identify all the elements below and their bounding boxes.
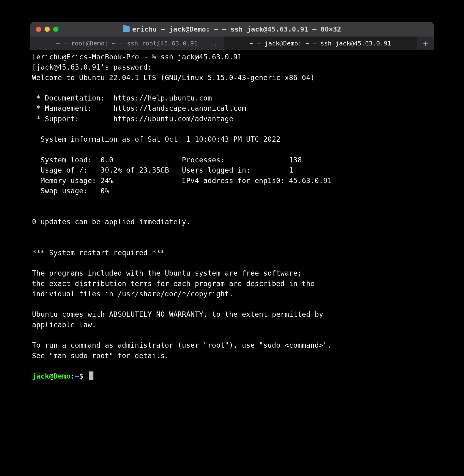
terminal-line: Welcome to Ubuntu 22.04.1 LTS (GNU/Linux… [32,74,315,82]
terminal-line: [erichu@Erics-MacBook-Pro ~ % ssh jack@4… [32,53,242,61]
terminal-line: The programs included with the Ubuntu sy… [32,269,302,277]
titlebar[interactable]: erichu — jack@Demo: ~ — ssh jack@45.63.0… [30,22,434,36]
prompt-user: jack@Demo [32,372,71,380]
terminal-line: Ubuntu comes with ABSOLUTELY NO WARRANTY… [32,310,324,318]
tab-root-session[interactable]: ~ — root@Demo: ~ — ssh root@45.63.0.91 .… [30,36,224,50]
terminal-line: See "man sudo_root" for details. [32,352,169,360]
terminal-window: erichu — jack@Demo: ~ — ssh jack@45.63.0… [30,22,434,431]
window-title: erichu — jack@Demo: ~ — ssh jack@45.63.0… [30,25,434,33]
terminal-line: System information as of Sat Oct 1 10:00… [32,135,281,143]
terminal-line: Swap usage: 0% [32,187,109,195]
terminal-line: *** System restart required *** [32,249,165,257]
terminal-line: applicable law. [32,321,97,329]
terminal-output[interactable]: [erichu@Erics-MacBook-Pro ~ % ssh jack@4… [30,50,434,431]
terminal-line: * Support: https://ubuntu.com/advantage [32,115,234,123]
new-tab-button[interactable]: + [417,36,434,50]
fullscreen-icon[interactable] [53,27,58,32]
prompt-dollar: $ [79,372,84,380]
terminal-line: 0 updates can be applied immediately. [32,218,191,226]
terminal-line: Usage of /: 30.2% of 23.35GB Users logge… [32,166,294,174]
plus-icon: + [423,39,428,48]
terminal-line: the exact distribution terms for each pr… [32,280,315,288]
terminal-line: [jack@45.63.0.91's password: [32,63,152,71]
cursor-icon [89,371,93,380]
prompt-path: ~ [75,372,79,380]
minimize-icon[interactable] [45,27,50,32]
terminal-line: System load: 0.0 Processes: 138 [32,156,302,164]
tab-jack-session[interactable]: ~ — jack@Demo: ~ — ssh jack@45.63.0.91 [224,36,417,50]
prompt-colon: : [71,372,75,380]
terminal-line: * Management: https://landscape.canonica… [32,104,246,112]
close-icon[interactable] [36,27,41,32]
traffic-lights [36,27,58,32]
folder-icon [123,26,130,32]
tab-overflow-icon[interactable]: ... [210,40,221,47]
terminal-line: individual files in /usr/share/doc/*/cop… [32,290,234,298]
tab-label: ~ — root@Demo: ~ — ssh root@45.63.0.91 [56,40,198,47]
terminal-line: Memory usage: 24% IPv4 address for enp1s… [32,177,332,185]
tab-bar: ~ — root@Demo: ~ — ssh root@45.63.0.91 .… [30,36,434,50]
terminal-line: * Documentation: https://help.ubuntu.com [32,94,212,102]
tab-label: ~ — jack@Demo: ~ — ssh jack@45.63.0.91 [250,40,391,47]
terminal-line: To run a command as administrator (user … [32,341,332,349]
window-title-text: erichu — jack@Demo: ~ — ssh jack@45.63.0… [132,25,341,33]
